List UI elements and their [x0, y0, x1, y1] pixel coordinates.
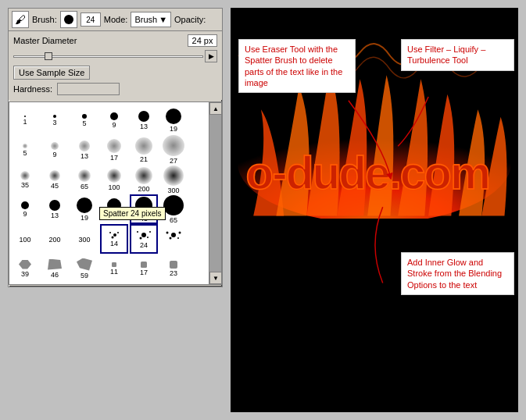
- brush-cell-r6-39[interactable]: 39: [11, 254, 39, 283]
- brush-cell-r5-200[interactable]: 200: [41, 224, 69, 254]
- brush-cell-r6-11[interactable]: 11: [100, 254, 128, 283]
- filter-annotation-text: Use Filter – Liquify – Turbulence Tool: [407, 44, 485, 65]
- brush-cell-blk-9[interactable]: 9: [11, 194, 39, 224]
- brush-cell-blk-19[interactable]: 19: [70, 194, 98, 224]
- brush-cell-r7-36[interactable]: 36: [11, 283, 39, 285]
- hardness-row: Hardness:: [13, 83, 217, 95]
- brush-cell-soft-13[interactable]: 13: [70, 135, 98, 165]
- svg-text:o-dude.com: o-dude.com: [245, 148, 489, 198]
- brush-cell-spatter-14[interactable]: 14: [100, 224, 128, 254]
- opacity-label: Opacity:: [174, 15, 206, 24]
- brush-cell-300[interactable]: 300: [159, 165, 188, 194]
- brush-size-value[interactable]: 24: [81, 12, 101, 27]
- brush-cell-soft-27[interactable]: 27: [159, 135, 188, 165]
- brush-cell-soft-17[interactable]: 17: [100, 135, 128, 165]
- spatter-tooltip: Spatter 24 pixels: [99, 207, 166, 220]
- inner-glow-annotation-text: Add Inner Glow and Stroke from the Blend…: [407, 258, 502, 290]
- brush-cell-r7-33[interactable]: 33: [159, 283, 188, 285]
- brush-cell-blk-13[interactable]: 13: [41, 194, 69, 224]
- brush-cell-r5-100[interactable]: 100: [11, 224, 39, 254]
- brush-cell-35[interactable]: 35: [11, 165, 39, 194]
- brush-cell-r7-26[interactable]: 26: [130, 283, 158, 285]
- brush-cell-r7-14[interactable]: 14: [100, 283, 128, 285]
- brush-cell-100[interactable]: 100: [100, 165, 128, 194]
- scroll-down-button[interactable]: ▼: [209, 272, 222, 284]
- toolbar-panel: 🖌 Brush: 24 Mode: Brush ▼ Opacity: Maste…: [8, 8, 223, 287]
- mode-dropdown-arrow: ▼: [159, 15, 167, 24]
- brush-cell-200[interactable]: 200: [130, 165, 158, 194]
- mode-dropdown[interactable]: Brush ▼: [131, 12, 171, 27]
- brush-cell-spatter-24[interactable]: 24: [130, 224, 158, 254]
- hardness-label: Hardness:: [13, 84, 52, 94]
- brush-settings: Master Diameter 24 px ▶ Use Sample Size …: [9, 31, 222, 100]
- brush-cell-r6-23[interactable]: 23: [159, 254, 188, 283]
- brush-cell-r6-46[interactable]: 46: [41, 254, 69, 283]
- brush-grid-scrollbar: ▲ ▼: [209, 102, 221, 284]
- brush-cell-soft-21[interactable]: 21: [130, 135, 158, 165]
- brush-cell-19[interactable]: 19: [159, 105, 188, 135]
- inner-glow-annotation-box: Add Inner Glow and Stroke from the Blend…: [401, 252, 514, 295]
- master-diameter-label: Master Diameter: [13, 36, 77, 45]
- brush-preview[interactable]: [60, 11, 77, 28]
- brush-cell-r6-59[interactable]: 59: [70, 254, 98, 283]
- brush-cell-13[interactable]: 13: [130, 105, 158, 135]
- brush-cell-5[interactable]: 5: [70, 105, 98, 135]
- brush-cell-9[interactable]: 9: [100, 105, 128, 135]
- scroll-up-button[interactable]: ▲: [209, 102, 222, 115]
- brush-cell-r7-44[interactable]: 44: [41, 283, 69, 285]
- brush-cell-3[interactable]: 3: [41, 105, 69, 135]
- mode-value: Brush: [134, 15, 157, 24]
- brush-cell-r7-60[interactable]: 60: [70, 283, 98, 285]
- scroll-track[interactable]: [209, 115, 221, 272]
- brush-cell-r6-17[interactable]: 17: [130, 254, 158, 283]
- brush-cell-soft-5[interactable]: 5: [11, 135, 39, 165]
- brush-cell-1[interactable]: 1: [11, 105, 39, 135]
- eraser-annotation-box: Use Eraser Tool with the Spatter Brush t…: [238, 39, 356, 93]
- brush-cell-soft-9[interactable]: 9: [41, 135, 69, 165]
- brush-cell-45[interactable]: 45: [41, 165, 69, 194]
- eraser-annotation-text: Use Eraser Tool with the Spatter Brush t…: [245, 44, 342, 87]
- canvas-area: o-dude.com o-dude.com Use Eraser Tool wi…: [231, 8, 518, 412]
- brush-grid-container: 1 3 5 9 13 19 5 9 13 17 21 27 35 45 65 1…: [9, 101, 222, 285]
- brush-cell-spatter-r[interactable]: x: [159, 224, 188, 254]
- hardness-input[interactable]: [57, 83, 120, 95]
- px-value[interactable]: 24 px: [188, 34, 217, 47]
- diameter-slider-thumb[interactable]: [45, 52, 52, 60]
- tool-icon: 🖌: [12, 11, 29, 28]
- brush-grid: 1 3 5 9 13 19 5 9 13 17 21 27 35 45 65 1…: [9, 102, 221, 285]
- master-diameter-row: Master Diameter 24 px: [13, 34, 217, 47]
- filter-annotation-box: Use Filter – Liquify – Turbulence Tool: [401, 39, 514, 71]
- diameter-slider-track: [13, 55, 203, 58]
- slider-increment-arrow[interactable]: ▶: [205, 50, 217, 62]
- use-sample-size-button[interactable]: Use Sample Size: [13, 66, 90, 80]
- mode-label: Mode:: [104, 15, 128, 24]
- brush-cell-r5-300[interactable]: 300: [70, 224, 98, 254]
- diameter-slider-container: ▶: [13, 50, 217, 62]
- brush-cell-65[interactable]: 65: [70, 165, 98, 194]
- toolbar-top: 🖌 Brush: 24 Mode: Brush ▼ Opacity:: [9, 9, 222, 31]
- brush-label: Brush:: [32, 15, 57, 24]
